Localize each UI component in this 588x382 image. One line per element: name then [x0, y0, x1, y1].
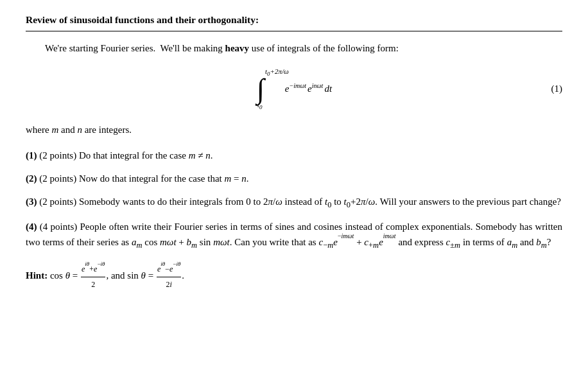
problem-3-number: (3) [26, 196, 37, 207]
sin-fraction-numerator: eiθ−e−iθ [157, 262, 181, 277]
where-line: where m and n are integers. [26, 122, 562, 137]
integral-formula: t0+2π/ω ∫ t0 e−imωt einωt dt [256, 67, 332, 111]
integral-sign: ∫ [257, 77, 264, 101]
integral-symbol-wrapper: t0+2π/ω ∫ t0 [256, 67, 280, 111]
equation-number: (1) [551, 83, 563, 94]
exp-exponent2: inωt [312, 82, 324, 89]
exp-exponent1: −imωt [289, 82, 306, 89]
hint-label: Hint: [26, 270, 48, 281]
integral-lower-limit: t0 [257, 101, 263, 110]
integral-upper-limit: t0+2π/ω [265, 67, 289, 77]
problem-1: (1) (2 points) Do that integral for the … [26, 148, 562, 163]
intro-text: We're starting Fourier series. We'll be … [45, 43, 399, 53]
cos-fraction-numerator: eiθ+e−iθ [81, 262, 105, 277]
problem-4-text: (4 points) People often write their Four… [26, 221, 562, 247]
dt-symbol: dt [324, 83, 332, 94]
sin-fraction: eiθ−e−iθ 2i [157, 262, 181, 291]
exp-e1: e [285, 83, 290, 94]
integral-container: t0+2π/ω ∫ t0 e−imωt einωt dt (1) [26, 67, 562, 111]
hint-sin-text: and sin θ = eiθ−e−iθ 2i . [111, 270, 184, 281]
problem-3-text: (2 points) Somebody wants to do their in… [39, 196, 561, 207]
intro-paragraph: We're starting Fourier series. We'll be … [26, 40, 562, 56]
title-section: Review of sinusoidal functions and their… [26, 13, 562, 31]
exp-e2: e [307, 83, 312, 94]
cos-fraction: eiθ+e−iθ 2 [81, 262, 105, 291]
hint-cos-text: cos θ = eiθ+e−iθ 2 , [50, 270, 111, 281]
problem-4-number: (4) [26, 221, 37, 232]
integral-integrand: e−imωt einωt dt [285, 83, 332, 94]
cos-fraction-denominator: 2 [91, 277, 96, 291]
problem-2: (2) (2 points) Now do that integral for … [26, 171, 562, 186]
problem-1-points: (2 points) Do that integral for the case… [39, 150, 212, 161]
sin-fraction-denominator: 2i [165, 277, 172, 291]
problem-2-number: (2) [26, 173, 37, 184]
problem-4: (4) (4 points) People often write their … [26, 219, 562, 252]
hint-section: Hint: cos θ = eiθ+e−iθ 2 , and sin θ = e… [26, 262, 562, 291]
page-title: Review of sinusoidal functions and their… [26, 13, 562, 27]
problem-1-number: (1) [26, 150, 37, 161]
problem-2-points: (2 points) Now do that integral for the … [39, 173, 248, 184]
problem-3: (3) (2 points) Somebody wants to do thei… [26, 194, 562, 211]
